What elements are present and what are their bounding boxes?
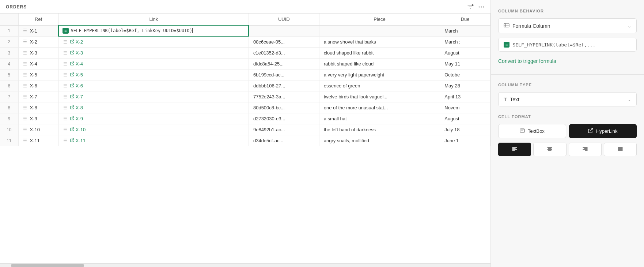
formula-preview-box[interactable]: = SELF_HYPERLINK(label=$Ref,...	[498, 38, 637, 52]
ref-cell-2: ☰ X-2	[18, 36, 58, 48]
ref-row-icon-3: ☰	[23, 50, 27, 56]
external-link-icon-11	[70, 138, 74, 143]
due-cell-1: March	[440, 25, 490, 36]
due-cell-6: May 28	[440, 80, 490, 91]
table-row-2: 2 ☰ X-2 ☰ X-2	[0, 36, 490, 48]
uuid-cell-4: dfdc8a54-25...	[249, 59, 319, 69]
piece-cell-1	[319, 25, 440, 36]
due-cell-7: April 13	[440, 91, 490, 102]
piece-cell-4: rabbit shaped like cloud	[319, 59, 440, 69]
link-cell-content-10: ☰ X-10	[63, 127, 244, 132]
table-row-11: 11 ☰ X-11 ☰ X-11	[0, 135, 490, 146]
ref-row-icon-1: ☰	[23, 28, 27, 33]
col-header-uuid[interactable]: UUID	[249, 14, 319, 25]
due-cell-11: June 1	[440, 135, 490, 146]
filter-icon-button[interactable]	[467, 4, 474, 10]
ref-cell-content-9: ☰ X-9	[23, 116, 54, 121]
column-behavior-dropdown[interactable]: Formula Column ⌄	[498, 18, 637, 33]
right-panel: COLUMN BEHAVIOR Formula Column ⌄ = SELF_…	[490, 0, 644, 267]
ref-cell-content-7: ☰ X-7	[23, 94, 54, 99]
formula-preview-text: SELF_HYPERLINK(label=$Ref,...	[512, 42, 595, 48]
external-link-icon-10	[70, 127, 74, 132]
align-right-button[interactable]	[569, 143, 602, 156]
piece-cell-6: essence of green	[319, 80, 440, 91]
table-row-9: 9 ☰ X-9 ☰ X-9	[0, 113, 490, 124]
link-cell-5: ☰ X-5	[58, 69, 249, 80]
ref-row-icon-8: ☰	[23, 105, 27, 110]
col-header-due[interactable]: Due	[440, 14, 490, 25]
table-row-7: 7 ☰ X-7 ☰ X-7	[0, 91, 490, 102]
column-type-dropdown[interactable]: T Text ⌄	[498, 92, 637, 106]
align-justify-button[interactable]	[604, 143, 637, 156]
col-header-piece[interactable]: Piece	[319, 14, 440, 25]
textbox-icon	[520, 128, 525, 134]
external-link-icon-4	[70, 61, 74, 66]
uuid-cell-7: 7752e243-3a...	[249, 91, 319, 102]
row-num-5: 5	[0, 69, 18, 80]
ref-cell-content-4: ☰ X-4	[23, 61, 54, 67]
align-left-button[interactable]	[498, 143, 531, 156]
scrollbar-thumb[interactable]	[11, 264, 84, 267]
textbox-format-button[interactable]: TextBox	[498, 124, 566, 138]
piece-cell-8: one of the more unusual stat...	[319, 102, 440, 113]
svg-line-5	[72, 51, 74, 53]
ref-row-icon-10: ☰	[23, 127, 27, 132]
hyperlink-format-button[interactable]: HyperLink	[569, 124, 637, 138]
external-link-icon-5	[70, 72, 74, 77]
svg-line-10	[72, 106, 74, 108]
piece-cell-10: the left hand of darkness	[319, 124, 440, 135]
svg-line-4	[72, 40, 74, 42]
ref-row-icon-7: ☰	[23, 94, 27, 99]
ref-cell-content-8: ☰ X-8	[23, 105, 54, 110]
col-header-link[interactable]: Link	[58, 14, 249, 25]
align-justify-icon	[617, 146, 623, 153]
link-icon-11: ☰	[63, 138, 67, 143]
table-wrapper[interactable]: Ref Link UUID Piece Due 1 ☰ X-1	[0, 13, 490, 263]
more-options-button[interactable]	[478, 4, 485, 10]
align-right-icon	[582, 146, 588, 153]
svg-line-13	[72, 139, 74, 140]
piece-cell-9: a small hat	[319, 113, 440, 124]
link-icon-7: ☰	[63, 94, 67, 99]
column-behavior-title: COLUMN BEHAVIOR	[498, 9, 637, 13]
horizontal-scrollbar[interactable]	[0, 263, 490, 267]
uuid-cell-3: c1e01352-d3...	[249, 48, 319, 59]
formula-text: SELF_HYPERLINK(label=$Ref, LinkKey_UUID=…	[71, 28, 193, 34]
link-icon-10: ☰	[63, 127, 67, 132]
table-row-10: 10 ☰ X-10 ☰ X-10	[0, 124, 490, 135]
ref-cell-5: ☰ X-5	[18, 69, 58, 80]
ref-cell-3: ☰ X-3	[18, 48, 58, 59]
filter-icon	[467, 4, 474, 10]
external-link-icon-3	[70, 50, 74, 55]
link-icon-2: ☰	[63, 40, 67, 45]
link-cell-content-7: ☰ X-7	[63, 94, 244, 99]
column-type-title: COLUMN TYPE	[498, 83, 637, 87]
divider	[491, 74, 644, 75]
align-center-button[interactable]	[533, 143, 566, 156]
col-header-rownum	[0, 14, 18, 25]
ref-cell-content-6: ☰ X-6	[23, 83, 54, 89]
ref-cell-4: ☰ X-4	[18, 59, 58, 69]
table-header-row: Ref Link UUID Piece Due	[0, 14, 490, 25]
row-num-8: 8	[0, 102, 18, 113]
ref-row-icon-2: ☰	[23, 39, 27, 44]
uuid-cell-8: 80d500c8-bc...	[249, 102, 319, 113]
link-icon-6: ☰	[63, 83, 67, 89]
link-cell-content-2: ☰ X-2	[63, 39, 244, 45]
svg-line-20	[590, 128, 593, 131]
table-row-formula: 1 ☰ X-1 = SELF_HYPERLINK(label=$Ref, Lin…	[0, 25, 490, 36]
due-cell-9: August	[440, 113, 490, 124]
link-cell-8: ☰ X-8	[58, 102, 249, 113]
convert-trigger-link[interactable]: Convert to trigger formula	[498, 58, 637, 64]
row-num-11: 11	[0, 135, 18, 146]
table-panel: ORDERS Ref L	[0, 0, 490, 267]
dropdown-select-left: Formula Column	[504, 22, 550, 29]
ref-cell-content-10: ☰ X-10	[23, 127, 54, 132]
col-header-ref[interactable]: Ref	[18, 14, 58, 25]
link-cell-formula-editing[interactable]: = SELF_HYPERLINK(label=$Ref, LinkKey_UUI…	[58, 25, 249, 36]
more-icon	[478, 4, 485, 10]
external-link-icon-9	[70, 116, 74, 121]
svg-point-0	[472, 4, 474, 6]
table-header-icons	[467, 4, 485, 10]
row-num-4: 4	[0, 59, 18, 69]
